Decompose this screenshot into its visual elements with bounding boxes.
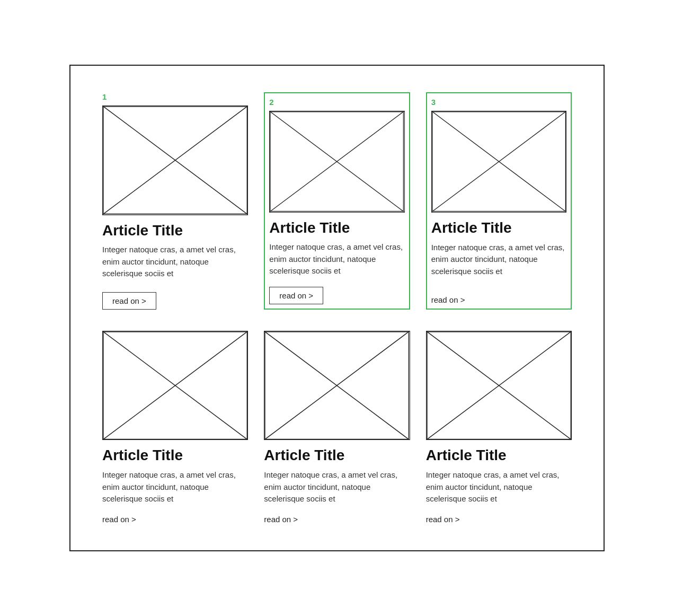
article-image-4	[102, 331, 248, 440]
article-title-3: Article Title	[431, 220, 566, 236]
article-image-3	[431, 111, 566, 213]
read-on-button-5[interactable]: read on >	[264, 515, 298, 524]
article-grid: 1 Article TitleInteger natoque cras, a a…	[102, 92, 572, 524]
card-number-2: 2	[269, 98, 404, 107]
card-number-3: 3	[431, 98, 566, 107]
article-card-4: Article TitleInteger natoque cras, a ame…	[102, 331, 248, 524]
article-body-5: Integer natoque cras, a amet vel cras, e…	[264, 469, 410, 505]
article-title-5: Article Title	[264, 447, 410, 464]
read-on-button-2[interactable]: read on >	[269, 287, 323, 304]
article-body-6: Integer natoque cras, a amet vel cras, e…	[426, 469, 572, 505]
article-card-2: 2 Article TitleInteger natoque cras, a a…	[264, 92, 410, 310]
article-image-2	[269, 111, 404, 212]
article-card-3: 3 Article TitleInteger natoque cras, a a…	[426, 92, 572, 310]
article-image-5	[264, 331, 410, 440]
read-on-button-1[interactable]: read on >	[102, 292, 156, 310]
article-body-4: Integer natoque cras, a amet vel cras, e…	[102, 469, 248, 505]
article-body-3: Integer natoque cras, a amet vel cras, e…	[431, 242, 566, 286]
outer-frame: 1 Article TitleInteger natoque cras, a a…	[69, 65, 605, 551]
article-title-4: Article Title	[102, 447, 248, 464]
read-on-button-3[interactable]: read on >	[431, 295, 465, 304]
article-title-6: Article Title	[426, 447, 572, 464]
article-card-1: 1 Article TitleInteger natoque cras, a a…	[102, 92, 248, 310]
article-card-6: Article TitleInteger natoque cras, a ame…	[426, 331, 572, 524]
card-number-1: 1	[102, 92, 248, 101]
read-on-button-4[interactable]: read on >	[102, 515, 136, 524]
article-title-1: Article Title	[102, 223, 248, 239]
article-image-1	[102, 105, 248, 215]
article-card-5: Article TitleInteger natoque cras, a ame…	[264, 331, 410, 524]
article-image-6	[426, 331, 572, 441]
article-body-1: Integer natoque cras, a amet vel cras, e…	[102, 244, 248, 283]
article-body-2: Integer natoque cras, a amet vel cras, e…	[269, 241, 404, 277]
article-title-2: Article Title	[269, 220, 404, 236]
read-on-button-6[interactable]: read on >	[426, 515, 460, 524]
